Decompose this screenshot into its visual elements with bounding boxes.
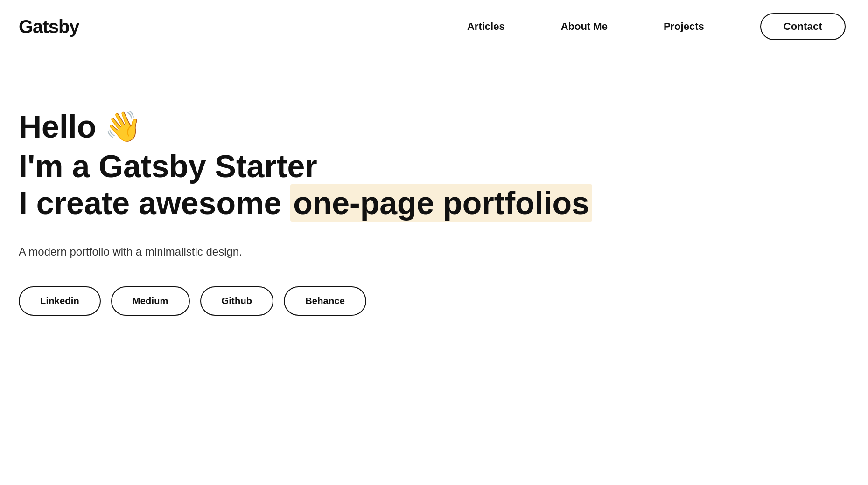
nav-link-about-me[interactable]: About Me [561,21,608,33]
navbar: Gatsby Articles About Me Projects Contac… [0,0,868,53]
nav-link-articles[interactable]: Articles [467,21,505,33]
hero-hello-text: Hello [19,109,96,144]
nav-link-projects[interactable]: Projects [664,21,704,33]
hero-description: A modern portfolio with a minimalistic d… [19,243,849,260]
social-buttons-group: Linkedin Medium Github Behance [19,286,849,316]
social-button-medium[interactable]: Medium [111,286,190,316]
nav-logo[interactable]: Gatsby [19,16,79,37]
hero-greeting: Hello 👋 [19,109,849,144]
hero-section: Hello 👋 I'm a Gatsby Starter I create aw… [0,53,868,344]
hero-title-line2: I create awesome one-page portfolios [19,186,849,221]
hero-title-line1: I'm a Gatsby Starter [19,149,849,184]
nav-links: Articles About Me Projects Contact [467,13,846,40]
social-button-github[interactable]: Github [200,286,274,316]
wave-emoji: 👋 [105,110,142,143]
hero-subtitle-prefix: I create awesome [19,185,290,221]
social-button-behance[interactable]: Behance [284,286,366,316]
social-button-linkedin[interactable]: Linkedin [19,286,101,316]
hero-subtitle-highlight: one-page portfolios [290,184,592,222]
nav-contact-button[interactable]: Contact [760,13,846,40]
